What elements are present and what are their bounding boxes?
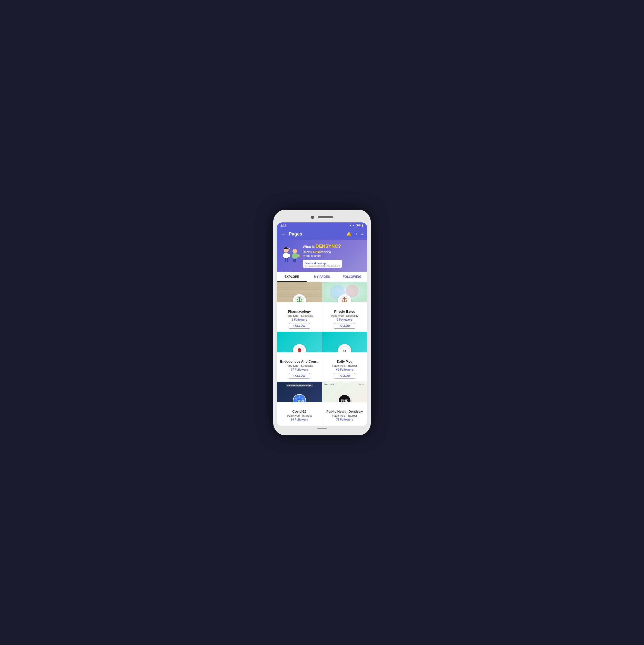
speaker-slot (318, 216, 333, 218)
page-card-daily-mcq[interactable]: Daily Mcq Page type - Interest 69 Follow… (322, 332, 367, 382)
endodontics-followers: 27 Followers (280, 368, 319, 371)
physio-body: Physio Bytes Page type - Speciality 7 Fo… (322, 302, 367, 332)
wifi-icon: ▾ (350, 224, 351, 227)
svg-rect-8 (287, 247, 288, 248)
endodontics-name: Endodontics And Cons.. (280, 360, 319, 363)
page-card-endodontics[interactable]: Endodontics And Cons.. Page type - Speci… (277, 332, 322, 382)
svg-text:COVID: COVID (298, 400, 304, 402)
svg-rect-14 (295, 258, 296, 262)
svg-point-30 (299, 297, 300, 298)
endodontics-follow-button[interactable]: FOLLOW (289, 373, 310, 379)
banner-text: What is DENSYNC? DENtist SYNCronizing in… (303, 244, 363, 268)
svg-point-9 (293, 249, 297, 253)
daily-mcq-followers: 69 Followers (325, 368, 365, 371)
promo-banner: ✦ ✦ What is DENSYNC? DENtist SYNCronizin… (277, 240, 367, 272)
banner-illustration: ✦ ✦ (281, 245, 300, 266)
signal-icon: ▲ (352, 224, 355, 227)
svg-point-44 (299, 396, 300, 398)
pharmacology-name: Pharmacology (280, 309, 319, 313)
daily-mcq-avatar (338, 344, 351, 352)
svg-line-16 (299, 257, 300, 257)
home-indicator[interactable] (317, 428, 327, 429)
phd-label-env: environment (324, 383, 334, 385)
endodontics-body: Endodontics And Cons.. Page type - Speci… (277, 352, 322, 382)
card-banner-phd: environment lifestyle PHD (322, 382, 367, 402)
phd-body: Public Health Dentistry Page type - Inte… (322, 402, 367, 426)
daily-mcq-follow-button[interactable]: FOLLOW (334, 373, 355, 379)
status-bar: 2:14 ▾ ▲ 80% ▮ (277, 222, 367, 229)
pharmacology-followers: 2 Followers (280, 318, 319, 321)
card-banner-physio (322, 282, 367, 302)
phd-logo: PHD (339, 395, 350, 402)
svg-rect-5 (287, 258, 288, 262)
status-icons: ▾ ▲ 80% ▮ (350, 224, 363, 227)
svg-rect-3 (288, 254, 290, 257)
tab-explore[interactable]: EXPLORE (277, 272, 307, 282)
svg-text:✦: ✦ (289, 247, 291, 250)
covid-name: Covid-19 (280, 410, 319, 413)
page-card-pharmacology[interactable]: Pharmacology Page type - Speciality 2 Fo… (277, 282, 322, 332)
battery-icon: ▮ (362, 224, 363, 227)
covid-body: Covid-19 Page type - Interest 59 Followe… (277, 402, 322, 426)
svg-point-45 (302, 398, 303, 400)
card-banner-pharmacology (277, 282, 322, 302)
covid-type: Page type - Interest (280, 414, 319, 417)
page-card-public-health[interactable]: environment lifestyle PHD Public Health … (322, 382, 367, 426)
menu-icon[interactable]: ≡ (361, 232, 363, 236)
notification-icon[interactable]: 🔔 (346, 232, 351, 236)
tab-following[interactable]: FOLLOWING (337, 272, 367, 282)
physio-name: Physio Bytes (325, 309, 365, 313)
svg-rect-11 (292, 254, 294, 257)
covid-info-label: Information and Updates (286, 384, 313, 387)
svg-rect-4 (285, 258, 286, 262)
add-icon[interactable]: + (355, 232, 357, 236)
card-banner-endodontics (277, 332, 322, 352)
physio-type: Page type - Speciality (325, 314, 365, 317)
phd-followers: 75 Followers (325, 418, 365, 421)
endodontics-avatar (293, 344, 306, 352)
daily-mcq-body: Daily Mcq Page type - Interest 69 Follow… (322, 352, 367, 382)
page-title: Pages (289, 231, 346, 237)
header-icons: 🔔 + ≡ (346, 232, 363, 236)
battery-label: 80% (356, 224, 361, 227)
svg-point-40 (343, 350, 344, 351)
banner-logo: Dentist driven app An initiative BY DENT… (303, 260, 342, 268)
svg-rect-13 (293, 258, 295, 262)
svg-point-41 (345, 350, 346, 351)
tab-my-pages[interactable]: MY PAGES (307, 272, 337, 282)
banner-subtitle: DENtist SYNCronizing in one platform (303, 250, 363, 258)
daily-mcq-name: Daily Mcq (325, 360, 365, 363)
phone-top-bar (277, 215, 367, 220)
physio-followers: 7 Followers (325, 318, 365, 321)
card-banner-daily (322, 332, 367, 352)
svg-point-50 (295, 398, 296, 400)
status-time: 2:14 (281, 224, 286, 227)
phone-screen: 2:14 ▾ ▲ 80% ▮ ← Pages 🔔 + ≡ (277, 222, 367, 426)
endodontics-type: Page type - Speciality (280, 364, 319, 367)
phone-frame: 2:14 ▾ ▲ 80% ▮ ← Pages 🔔 + ≡ (273, 210, 371, 436)
svg-rect-7 (285, 247, 287, 249)
pharmacology-type: Page type - Speciality (280, 314, 319, 317)
page-card-covid[interactable]: Information and Updates (277, 382, 322, 426)
page-card-physio-bytes[interactable]: Physio Bytes Page type - Speciality 7 Fo… (322, 282, 367, 332)
covid-avatar: COVID (293, 394, 306, 402)
physio-follow-button[interactable]: FOLLOW (334, 323, 355, 329)
pages-grid: Pharmacology Page type - Speciality 2 Fo… (277, 282, 367, 426)
banner-what-text: What is DENSYNC? (303, 244, 363, 249)
pharmacology-follow-button[interactable]: FOLLOW (289, 323, 310, 329)
phd-labels: environment lifestyle (322, 382, 367, 385)
pharmacology-body: Pharmacology Page type - Speciality 2 Fo… (277, 302, 322, 332)
covid-virus-icon: COVID (293, 394, 306, 402)
phd-name: Public Health Dentistry (325, 410, 365, 413)
tab-bar: EXPLORE MY PAGES FOLLOWING (277, 272, 367, 282)
covid-followers: 59 Followers (280, 418, 319, 421)
daily-mcq-type: Page type - Interest (325, 364, 365, 367)
app-header: ← Pages 🔔 + ≡ (277, 229, 367, 240)
svg-text:✦: ✦ (290, 251, 292, 252)
back-button[interactable]: ← (281, 231, 286, 237)
phd-type: Page type - Interest (325, 414, 365, 417)
phd-label-life: lifestyle (359, 383, 365, 385)
svg-rect-2 (283, 254, 285, 257)
card-banner-covid: Information and Updates (277, 382, 322, 402)
camera-dot (311, 216, 314, 219)
